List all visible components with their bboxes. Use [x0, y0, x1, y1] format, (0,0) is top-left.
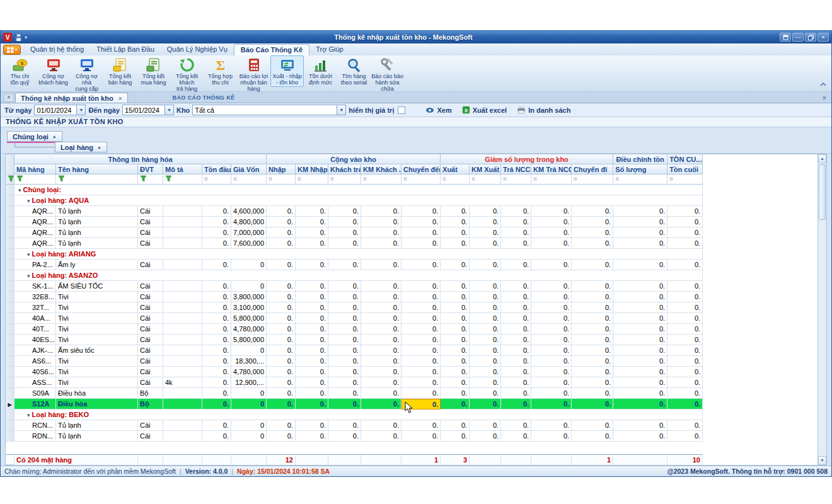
- table-cell[interactable]: 0.: [361, 302, 402, 313]
- table-cell[interactable]: 0.: [402, 206, 441, 217]
- table-cell[interactable]: 0.: [267, 335, 296, 345]
- table-cell[interactable]: 0.: [328, 335, 361, 345]
- print-list-button[interactable]: In danh sách: [513, 105, 574, 115]
- table-cell[interactable]: 0.: [296, 302, 328, 313]
- table-cell[interactable]: [163, 206, 202, 217]
- table-cell[interactable]: 0.: [572, 356, 613, 367]
- table-cell[interactable]: 0.: [531, 335, 572, 345]
- table-cell[interactable]: 0.: [441, 377, 470, 388]
- view-button[interactable]: Xem: [422, 105, 455, 115]
- customer-return-button[interactable]: Tổng kết khách trả hàng: [170, 55, 204, 93]
- table-row[interactable]: AQR...Tủ lạnhCái0.4,600,0000.0.0.0.0.0.0…: [6, 206, 703, 217]
- ribbon-collapse-icon[interactable]: [820, 78, 826, 89]
- table-cell[interactable]: 0.: [441, 206, 470, 217]
- table-cell[interactable]: 0.: [402, 345, 441, 356]
- table-cell[interactable]: 0.: [572, 335, 613, 345]
- table-cell[interactable]: 0.: [202, 302, 231, 313]
- column-header[interactable]: ĐVT: [138, 164, 163, 175]
- table-cell[interactable]: 0.: [402, 260, 441, 270]
- table-cell[interactable]: AQR...: [14, 227, 56, 238]
- table-cell[interactable]: 0.: [501, 313, 531, 324]
- table-cell[interactable]: 0.: [441, 431, 470, 442]
- table-cell[interactable]: 40A...: [14, 313, 56, 324]
- table-cell[interactable]: 0: [231, 420, 267, 431]
- band-header[interactable]: TỒN CU...: [667, 154, 703, 164]
- table-cell[interactable]: 0.: [531, 313, 572, 324]
- filter-cell[interactable]: =: [613, 175, 667, 185]
- table-cell[interactable]: 0.: [361, 420, 402, 431]
- table-cell[interactable]: 0.: [361, 281, 402, 292]
- table-cell[interactable]: 0.: [667, 238, 703, 249]
- table-cell[interactable]: 0.: [328, 399, 361, 410]
- table-cell[interactable]: Cái: [138, 420, 163, 431]
- band-header[interactable]: Điều chỉnh tồn: [613, 154, 667, 164]
- table-cell[interactable]: 0.: [296, 335, 328, 345]
- table-cell[interactable]: 0.: [441, 367, 470, 377]
- table-row[interactable]: S09AĐiều hòaBộ0.00.0.0.0.0.0.0.0.0.0.0.0…: [6, 388, 703, 399]
- table-cell[interactable]: 7,600,000: [231, 238, 267, 249]
- table-cell[interactable]: 0.: [296, 431, 328, 442]
- table-cell[interactable]: 0: [231, 260, 267, 270]
- supplier-debt-button[interactable]: Công nợ nhà cung cấp: [70, 55, 103, 93]
- filter-cell[interactable]: =: [667, 175, 703, 185]
- table-cell[interactable]: 0.: [328, 206, 361, 217]
- table-cell[interactable]: 0.: [402, 367, 441, 377]
- table-cell[interactable]: 0.: [613, 302, 667, 313]
- table-cell[interactable]: 0.: [361, 217, 402, 227]
- table-cell[interactable]: 0.: [296, 260, 328, 270]
- purchase-summary-button[interactable]: Tổng kết mua hàng: [137, 55, 170, 87]
- maximize-button[interactable]: [805, 33, 816, 42]
- filter-cell[interactable]: [163, 175, 202, 185]
- table-cell[interactable]: 0.: [328, 367, 361, 377]
- table-cell[interactable]: 0.: [441, 238, 470, 249]
- table-cell[interactable]: 0.: [531, 206, 572, 217]
- application-menu-button[interactable]: ▾: [3, 45, 21, 55]
- table-cell[interactable]: 0.: [202, 356, 231, 367]
- table-cell[interactable]: 0.: [267, 324, 296, 335]
- column-header[interactable]: KM Nhập: [296, 164, 328, 175]
- table-cell[interactable]: 0.: [667, 367, 703, 377]
- table-cell[interactable]: 0.: [441, 356, 470, 367]
- table-cell[interactable]: 0.: [361, 260, 402, 270]
- table-cell[interactable]: 0.: [667, 399, 703, 410]
- table-cell[interactable]: 0.: [501, 238, 531, 249]
- table-cell[interactable]: 0.: [402, 431, 441, 442]
- table-cell[interactable]: 0.: [572, 377, 613, 388]
- table-cell[interactable]: 0.: [402, 399, 441, 410]
- table-cell[interactable]: [163, 227, 202, 238]
- low-stock-button[interactable]: Tồn dưới định mức: [304, 55, 337, 87]
- table-cell[interactable]: 0.: [202, 206, 231, 217]
- table-cell[interactable]: 0.: [328, 227, 361, 238]
- table-cell[interactable]: 0.: [531, 388, 572, 399]
- from-date-dropdown-icon[interactable]: ▼: [76, 105, 85, 115]
- group-row-label[interactable]: ▾ Chủng loại:: [14, 185, 703, 195]
- table-cell[interactable]: 40T...: [14, 324, 56, 335]
- table-cell[interactable]: [163, 431, 202, 442]
- table-row[interactable]: PA-2...Ấm lyCái0.00.0.0.0.0.0.0.0.0.0.0.…: [6, 260, 703, 270]
- table-cell[interactable]: [163, 388, 202, 399]
- table-cell[interactable]: 0.: [202, 388, 231, 399]
- table-cell[interactable]: 0.: [470, 431, 501, 442]
- collapse-icon[interactable]: ▾: [18, 187, 21, 193]
- table-cell[interactable]: 0.: [267, 292, 296, 302]
- table-cell[interactable]: 0.: [361, 431, 402, 442]
- table-cell[interactable]: 0.: [328, 260, 361, 270]
- from-date-input[interactable]: [35, 105, 76, 115]
- table-cell[interactable]: Tivi: [56, 313, 138, 324]
- table-cell[interactable]: 0.: [296, 292, 328, 302]
- table-cell[interactable]: 0.: [613, 217, 667, 227]
- table-cell[interactable]: 0.: [441, 292, 470, 302]
- table-cell[interactable]: 0.: [202, 313, 231, 324]
- table-cell[interactable]: 0.: [296, 324, 328, 335]
- warehouse-input[interactable]: [193, 105, 337, 115]
- warehouse-dropdown-icon[interactable]: ▼: [337, 105, 345, 115]
- filter-cell[interactable]: =: [296, 175, 328, 185]
- table-cell[interactable]: 32E8...: [14, 292, 56, 302]
- table-row[interactable]: AQR...Tủ lạnhCái0.7,000,0000.0.0.0.0.0.0…: [6, 227, 703, 238]
- collapse-icon[interactable]: ▾: [27, 412, 30, 418]
- table-cell[interactable]: AS6...: [14, 356, 56, 367]
- table-cell[interactable]: Ấm siêu tốc: [56, 345, 138, 356]
- table-cell[interactable]: 0.: [267, 206, 296, 217]
- column-header[interactable]: Mã hàng: [14, 164, 56, 175]
- table-cell[interactable]: Tivi: [56, 292, 138, 302]
